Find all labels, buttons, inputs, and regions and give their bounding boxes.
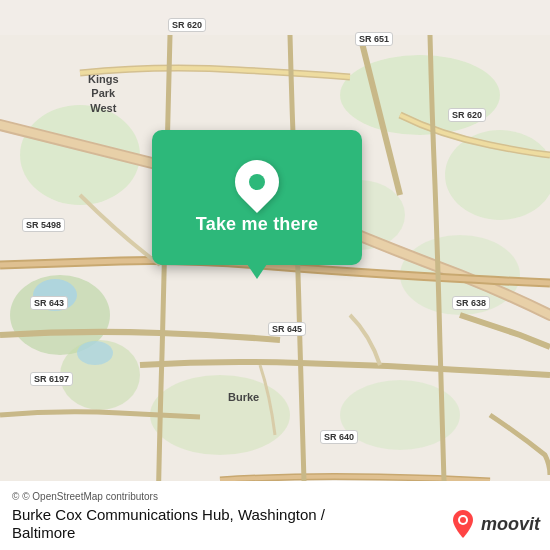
bottom-bar: © © OpenStreetMap contributors Burke Cox… <box>0 481 550 550</box>
moovit-logo: moovit <box>449 508 540 540</box>
map-roads-svg <box>0 0 550 550</box>
location-info: Burke Cox Communications Hub, Washington… <box>12 506 325 542</box>
road-label-sr645: SR 645 <box>268 322 306 336</box>
attribution-label: © OpenStreetMap contributors <box>22 491 158 502</box>
location-title: Burke Cox Communications Hub, Washington… <box>12 506 325 541</box>
attribution-symbol: © <box>12 491 19 502</box>
attribution-text: © © OpenStreetMap contributors <box>12 491 538 502</box>
moovit-text: moovit <box>481 514 540 535</box>
place-label-burke: Burke <box>228 390 259 404</box>
road-label-sr5498: SR 5498 <box>22 218 65 232</box>
location-pin-inner <box>249 174 265 190</box>
road-label-sr638: SR 638 <box>452 296 490 310</box>
moovit-pin-icon <box>449 508 477 540</box>
road-label-sr640: SR 640 <box>320 430 358 444</box>
take-me-there-button[interactable]: Take me there <box>196 214 318 235</box>
place-label-kings-park-west: KingsParkWest <box>88 72 119 115</box>
svg-point-11 <box>77 341 113 365</box>
location-pin-icon <box>226 151 288 213</box>
road-label-sr651: SR 651 <box>355 32 393 46</box>
road-label-sr620-right: SR 620 <box>448 108 486 122</box>
popup-card: Take me there <box>152 130 362 265</box>
svg-point-13 <box>460 517 466 523</box>
road-label-sr620-top: SR 620 <box>168 18 206 32</box>
road-label-sr6197: SR 6197 <box>30 372 73 386</box>
road-label-sr643: SR 643 <box>30 296 68 310</box>
map-container: SR 620 SR 651 SR 620 SR 5498 SR 643 SR 6… <box>0 0 550 550</box>
